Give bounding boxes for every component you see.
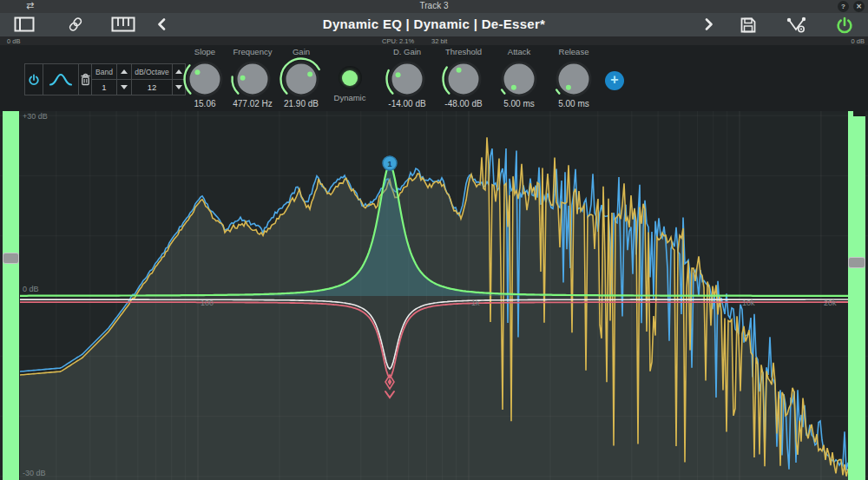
output-gain-label: 0 dB [852,37,865,45]
eq-graph-canvas[interactable]: +30 dB0 dB-30 dB1001k10k20k1 [0,111,868,480]
threshold-value: -48.00 dB [433,99,494,108]
dynamic-on-led [342,70,358,86]
close-button[interactable]: ✕ [853,1,865,12]
attack-label: Attack [489,47,549,57]
add-band-button[interactable]: + [605,71,624,90]
knob-dgain[interactable]: D. Gain-14.00 dB [377,47,437,108]
freq-axis-label: 1k [471,299,480,307]
db-axis-label: +30 dB [23,112,48,121]
dynamic-toggle-button[interactable] [339,66,362,89]
octave-label: dB/Octave [135,68,169,76]
delete-band-button[interactable] [79,64,91,95]
info-strip: 0 dB CPU: 2.1% 32 bit 0 dB [0,36,868,45]
band-label: Band [95,68,113,76]
dgain-knob-dial[interactable] [385,57,430,101]
db-axis-label: 0 dB [23,285,39,293]
trash-icon [80,73,91,86]
octave-value: 12 [148,82,157,92]
bit-depth: 32 bit [431,37,447,45]
output-level-fader[interactable] [848,111,865,480]
attack-knob-dial[interactable] [496,57,542,101]
routing-icon[interactable] [786,16,807,34]
down-arrow-icon [121,85,128,89]
eq-graph-area[interactable]: +30 dB0 dB-30 dB1001k10k20k1 [0,111,868,480]
plugin-window: ⇄ Track 3 ? ✕ Dynamic EQ | Dynamic | De-… [0,0,868,480]
knob-release[interactable]: Release5.00 ms [543,47,604,108]
db-axis-label: -30 dB [23,469,46,477]
gain-knob-dial[interactable] [279,57,324,101]
threshold-knob-dial[interactable] [441,57,486,101]
save-icon[interactable] [740,16,757,34]
up-arrow-icon [121,69,128,74]
window-title: Track 3 [0,1,868,10]
band-down-button[interactable] [117,80,131,95]
dgain-label: D. Gain [377,47,437,57]
slope-knob-dial[interactable] [182,57,227,101]
band-control-panel: Band dB/Octave 1 12 [0,45,868,111]
release-knob-dial[interactable] [551,57,596,101]
knob-threshold[interactable]: Threshold-48.00 dB [433,47,494,108]
input-gain-label: 0 dB [7,37,20,45]
dynamic-label: Dynamic [319,93,380,102]
cpu-usage: CPU: 2.1% [382,37,414,45]
output-fader-handle[interactable] [848,257,865,268]
band-shape-button[interactable] [43,64,78,95]
freq-axis-label: 100 [201,299,214,307]
plugin-toolbar: Dynamic EQ | Dynamic | De-Esser* [0,13,868,36]
frequency-knob-dial[interactable] [230,57,275,101]
input-fader-handle[interactable] [3,253,19,264]
output-meter-notch [853,111,865,116]
knob-attack[interactable]: Attack5.00 ms [489,47,549,108]
bell-curve-icon [49,73,72,86]
release-value: 5.00 ms [543,99,604,108]
freq-axis-label: 10k [742,299,755,307]
input-level-fader[interactable] [3,111,19,480]
power-icon[interactable] [835,16,854,35]
release-label: Release [543,47,604,57]
dgain-value: -14.00 dB [377,99,437,108]
window-titlebar: ⇄ Track 3 ? ✕ [0,0,868,13]
threshold-label: Threshold [433,47,494,57]
band-1-marker-label: 1 [387,160,391,168]
dynamic-toggle-group: Dynamic [319,45,380,102]
band-selector-box: Band dB/Octave 1 12 [24,63,186,95]
band-number: 1 [102,82,106,92]
band-power-icon [28,74,40,86]
help-button[interactable]: ? [838,1,849,12]
preset-title[interactable]: Dynamic EQ | Dynamic | De-Esser* [0,16,868,31]
freq-axis-label: 20k [824,299,837,307]
chevron-right-icon[interactable] [705,18,713,30]
band-power-button[interactable] [25,64,43,95]
band-up-button[interactable] [117,64,131,79]
attack-value: 5.00 ms [489,99,549,108]
